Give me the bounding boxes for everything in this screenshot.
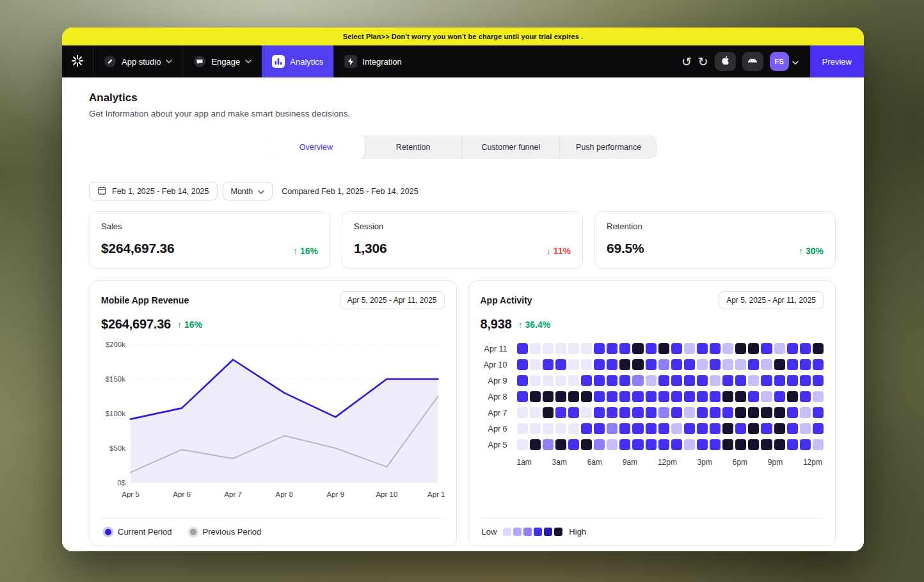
heatmap-cell[interactable] bbox=[787, 375, 798, 386]
heatmap-cell[interactable] bbox=[722, 407, 733, 418]
heatmap-cell[interactable] bbox=[684, 391, 695, 402]
heatmap-cell[interactable] bbox=[530, 359, 541, 370]
heatmap-cell[interactable] bbox=[607, 375, 617, 386]
heatmap-cell[interactable] bbox=[710, 359, 721, 370]
heatmap-cell[interactable] bbox=[555, 423, 566, 434]
nav-menu-app-studio[interactable]: App studio bbox=[93, 45, 182, 77]
heatmap-cell[interactable] bbox=[800, 375, 811, 386]
heatmap-cell[interactable] bbox=[646, 343, 657, 354]
heatmap-cell[interactable] bbox=[543, 439, 554, 450]
heatmap-cell[interactable] bbox=[735, 375, 746, 386]
heatmap-cell[interactable] bbox=[594, 423, 605, 434]
heatmap-cell[interactable] bbox=[774, 375, 785, 386]
heatmap-cell[interactable] bbox=[722, 423, 733, 434]
heatmap-cell[interactable] bbox=[710, 391, 721, 402]
heatmap-cell[interactable] bbox=[697, 375, 708, 386]
heatmap-cell[interactable] bbox=[568, 359, 579, 370]
heatmap-cell[interactable] bbox=[568, 391, 579, 402]
granularity-dropdown[interactable]: Month bbox=[223, 182, 273, 200]
heatmap-cell[interactable] bbox=[594, 407, 605, 418]
heatmap-cell[interactable] bbox=[787, 439, 798, 450]
heatmap-cell[interactable] bbox=[722, 391, 733, 402]
date-range-picker[interactable]: Feb 1, 2025 - Feb 14, 2025 bbox=[89, 182, 218, 200]
heatmap-cell[interactable] bbox=[787, 359, 798, 370]
android-preview-button[interactable] bbox=[742, 52, 763, 71]
undo-icon[interactable]: ↺ bbox=[681, 56, 692, 68]
heatmap-cell[interactable] bbox=[619, 343, 630, 354]
heatmap-cell[interactable] bbox=[517, 407, 528, 418]
heatmap-cell[interactable] bbox=[594, 375, 605, 386]
heatmap-cell[interactable] bbox=[658, 391, 669, 402]
heatmap-cell[interactable] bbox=[697, 423, 708, 434]
heatmap-cell[interactable] bbox=[646, 407, 657, 418]
nav-menu-engage[interactable]: Engage bbox=[182, 45, 262, 77]
heatmap-cell[interactable] bbox=[607, 359, 617, 370]
heatmap-cell[interactable] bbox=[735, 359, 746, 370]
heatmap-cell[interactable] bbox=[581, 359, 592, 370]
heatmap-cell[interactable] bbox=[568, 407, 579, 418]
heatmap-cell[interactable] bbox=[748, 423, 759, 434]
heatmap-cell[interactable] bbox=[607, 423, 617, 434]
heatmap-cell[interactable] bbox=[543, 423, 554, 434]
heatmap-cell[interactable] bbox=[530, 423, 541, 434]
heatmap-cell[interactable] bbox=[774, 407, 785, 418]
heatmap-cell[interactable] bbox=[581, 375, 592, 386]
heatmap-cell[interactable] bbox=[710, 375, 721, 386]
heatmap-cell[interactable] bbox=[530, 375, 541, 386]
heatmap-cell[interactable] bbox=[517, 439, 528, 450]
heatmap-cell[interactable] bbox=[710, 439, 721, 450]
heatmap-cell[interactable] bbox=[748, 359, 759, 370]
heatmap-cell[interactable] bbox=[517, 423, 528, 434]
heatmap-cell[interactable] bbox=[543, 407, 554, 418]
heatmap-cell[interactable] bbox=[646, 423, 657, 434]
heatmap-cell[interactable] bbox=[607, 391, 617, 402]
heatmap-cell[interactable] bbox=[619, 423, 630, 434]
activity-date-range[interactable]: Apr 5, 2025 - Apr 11, 2025 bbox=[719, 291, 824, 309]
heatmap-cell[interactable] bbox=[658, 439, 669, 450]
heatmap-cell[interactable] bbox=[761, 407, 772, 418]
heatmap-cell[interactable] bbox=[684, 359, 695, 370]
heatmap-cell[interactable] bbox=[735, 439, 746, 450]
heatmap-cell[interactable] bbox=[543, 359, 554, 370]
redo-icon[interactable]: ↻ bbox=[698, 56, 708, 68]
heatmap-cell[interactable] bbox=[697, 343, 708, 354]
heatmap-cell[interactable] bbox=[517, 359, 528, 370]
heatmap-cell[interactable] bbox=[774, 343, 785, 354]
heatmap-cell[interactable] bbox=[722, 359, 733, 370]
heatmap-cell[interactable] bbox=[619, 407, 630, 418]
heatmap-cell[interactable] bbox=[697, 359, 708, 370]
revenue-date-range[interactable]: Apr 5, 2025 - Apr 11, 2025 bbox=[340, 291, 445, 309]
heatmap-cell[interactable] bbox=[774, 423, 785, 434]
heatmap-cell[interactable] bbox=[594, 343, 605, 354]
heatmap-cell[interactable] bbox=[787, 343, 798, 354]
heatmap-cell[interactable] bbox=[619, 359, 630, 370]
heatmap-cell[interactable] bbox=[761, 359, 772, 370]
heatmap-cell[interactable] bbox=[722, 375, 733, 386]
heatmap-cell[interactable] bbox=[748, 439, 759, 450]
heatmap-cell[interactable] bbox=[607, 343, 617, 354]
heatmap-cell[interactable] bbox=[543, 343, 554, 354]
heatmap-cell[interactable] bbox=[619, 375, 630, 386]
heatmap-cell[interactable] bbox=[671, 359, 682, 370]
heatmap-cell[interactable] bbox=[530, 439, 541, 450]
heatmap-cell[interactable] bbox=[671, 423, 682, 434]
heatmap-cell[interactable] bbox=[594, 391, 605, 402]
app-logo[interactable] bbox=[62, 45, 93, 77]
heatmap-cell[interactable] bbox=[517, 343, 528, 354]
heatmap-cell[interactable] bbox=[555, 375, 566, 386]
heatmap-cell[interactable] bbox=[748, 391, 759, 402]
heatmap-cell[interactable] bbox=[748, 375, 759, 386]
heatmap-cell[interactable] bbox=[787, 407, 798, 418]
heatmap-cell[interactable] bbox=[607, 439, 617, 450]
heatmap-cell[interactable] bbox=[671, 391, 682, 402]
heatmap-cell[interactable] bbox=[684, 375, 695, 386]
heatmap-cell[interactable] bbox=[581, 407, 592, 418]
heatmap-cell[interactable] bbox=[748, 343, 759, 354]
heatmap-cell[interactable] bbox=[568, 343, 579, 354]
heatmap-cell[interactable] bbox=[632, 359, 643, 370]
preview-button[interactable]: Preview bbox=[810, 45, 864, 77]
heatmap-cell[interactable] bbox=[619, 391, 630, 402]
heatmap-cell[interactable] bbox=[710, 407, 721, 418]
heatmap-cell[interactable] bbox=[787, 423, 798, 434]
heatmap-cell[interactable] bbox=[646, 375, 657, 386]
